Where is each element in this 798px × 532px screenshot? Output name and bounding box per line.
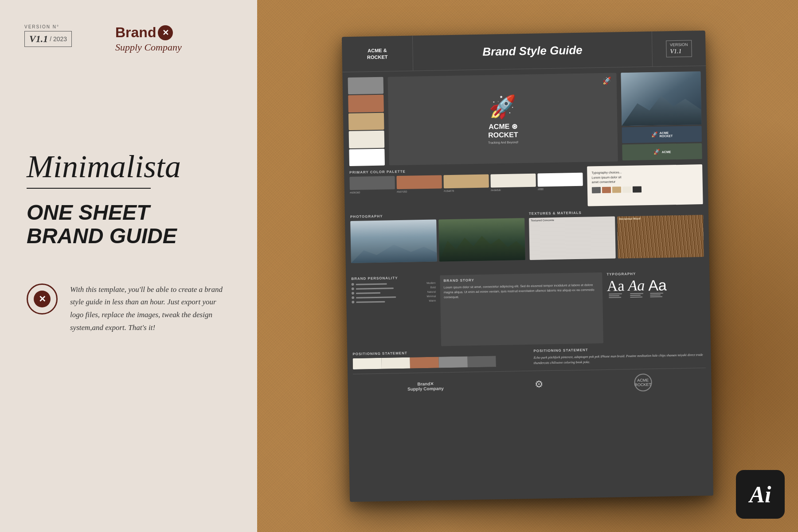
photo-grid-mountains — [350, 219, 437, 263]
personality-item-2: Bold — [352, 286, 436, 290]
doc-row-photos-textures: Photography Textures & Materials — [350, 209, 704, 272]
left-panel: VERSION N° V1.1 / 2023 Brand ✕ Supply Co… — [0, 0, 257, 532]
type-sample-2: Aa — [628, 278, 645, 298]
type-sample-3: Aa — [648, 277, 667, 297]
doc-row-brand-typo: Brand Personality Modern Bold — [351, 271, 705, 348]
version-number-box: V1.1 / 2023 — [24, 31, 72, 47]
minimalista-heading: Minimalista — [27, 151, 231, 183]
palette-section: Primary Color Palette #606060 #b07050 #c… — [349, 166, 583, 210]
bar-1 — [356, 283, 387, 285]
type-lines-3 — [650, 292, 667, 297]
brand-name: Brand — [115, 24, 156, 41]
color-swatch-gray — [348, 77, 384, 94]
palette-swatch-5 — [537, 172, 583, 186]
version-year: / 2023 — [50, 35, 67, 43]
logo-center: 🚀 🚀 ACME ⊛ROCKET Tracking And Beyond! — [387, 73, 618, 165]
dot-2 — [352, 287, 354, 290]
description-text: With this template, you'll be able to cr… — [70, 283, 231, 335]
photos-col: 🚀 ACMEROCKET 🚀 ACME — [621, 71, 702, 161]
story-text: Lorem ipsum dolor sit amet, consectetur … — [444, 282, 599, 300]
one-sheet-heading: ONE SHEET BRAND GUIDE — [27, 201, 231, 248]
brand-logo-top: Brand ✕ — [115, 24, 173, 41]
bar-seg-6 — [496, 355, 525, 367]
doc-version-number: V1.1 — [670, 47, 681, 54]
type-sample-aa-2: Aa — [628, 278, 645, 293]
doc-header-center: Brand Style Guide — [413, 31, 653, 70]
bar-seg-5 — [467, 356, 496, 367]
textures-grid: Textured Concrete Reclaimed Wood — [529, 215, 704, 260]
positioning-text: Echo park pitchfork pinterest, adaptogen… — [534, 352, 706, 366]
photo-small-1: 🚀 ACMEROCKET — [622, 126, 702, 143]
bar-2 — [356, 287, 394, 289]
doc-row-logo-colors: 🚀 🚀 ACME ⊛ROCKET Tracking And Beyond! 🚀 … — [348, 71, 702, 166]
palette-label-4: #ede8dc — [491, 188, 536, 191]
personality-item-1: Modern — [352, 281, 436, 285]
typography-label: Typography — [606, 271, 704, 276]
val-3: Natural — [427, 290, 436, 293]
doc-version-label: VERSION — [670, 42, 688, 47]
doc-row-positioning: Positioning Statement Positioning Statem… — [352, 346, 706, 369]
positioning-section: Positioning Statement — [352, 349, 525, 369]
palette-swatch-4 — [490, 173, 536, 187]
version-number: V1.1 — [29, 33, 48, 45]
brand-x-inner-icon: ✕ — [34, 291, 51, 307]
mountain-shape — [621, 87, 701, 126]
val-2: Bold — [430, 286, 436, 288]
mountain-silhouette — [351, 236, 437, 263]
bar-seg-2 — [381, 357, 410, 369]
doc-version-box: VERSION V1.1 — [666, 39, 692, 57]
doc-header-right: VERSION V1.1 — [652, 30, 706, 66]
footer-logo-1: Brand✕Supply Company — [407, 381, 444, 391]
brand-subtitle: Supply Company — [115, 42, 182, 53]
typo-swatch-2 — [602, 186, 611, 193]
color-swatch-tan — [348, 113, 384, 130]
texture-concrete: Textured Concrete — [529, 216, 616, 260]
brand-personality-label: Brand Personality — [351, 275, 435, 280]
type-line-2-2 — [630, 295, 641, 295]
color-swatch-cream — [349, 130, 385, 148]
palette-swatch-1 — [349, 176, 395, 190]
photography-label: Photography — [350, 212, 524, 219]
forest-silhouette — [439, 230, 525, 261]
color-bar — [353, 355, 525, 369]
typo-card-swatches — [592, 185, 698, 193]
divider — [27, 188, 151, 189]
palette-swatches — [349, 172, 583, 190]
personality-items: Modern Bold Natural — [352, 281, 436, 303]
rocket-small-icon-3: 🚀 — [653, 148, 660, 155]
positioning-text-col: Positioning Statement Echo park pitchfor… — [529, 346, 706, 366]
positioning-text-label: Positioning Statement — [533, 346, 705, 353]
typo-swatch-5 — [633, 186, 642, 192]
typography-section: Typography Aa Aa — [606, 271, 705, 343]
textures-section: Textures & Materials Textured Concrete R… — [529, 209, 704, 269]
type-line-3-2 — [650, 294, 661, 295]
dot-1 — [352, 283, 354, 285]
photo-small-text-2: ACME — [662, 150, 671, 153]
brand-personality-section: Brand Personality Modern Bold — [351, 275, 437, 347]
type-line-2-3 — [630, 296, 642, 297]
personality-item-5: Warm — [352, 299, 436, 303]
photo-grid-forest — [438, 218, 525, 261]
brand-story-section: BRAND STORY Lorem ipsum dolor sit amet, … — [440, 272, 603, 346]
brand-logo: Brand ✕ Supply Company — [115, 24, 182, 53]
type-line-1-2 — [609, 295, 619, 296]
textures-label: Textures & Materials — [529, 209, 703, 216]
concrete-label: Textured Concrete — [531, 218, 554, 221]
brand-x-icon: ✕ — [158, 25, 173, 40]
right-panel: Ai ACME &ROCKET Brand Style Guide VERSIO… — [257, 0, 798, 532]
footer-logo-text-1: Brand✕Supply Company — [407, 381, 444, 391]
bar-seg-1 — [353, 357, 382, 369]
rocket-main-icon: 🚀 — [489, 94, 516, 120]
type-line-1-3 — [609, 297, 621, 298]
typo-swatch-1 — [592, 186, 601, 193]
version-label: VERSION N° — [24, 24, 72, 29]
val-1: Modern — [426, 281, 435, 284]
type-line-3-1 — [650, 292, 664, 294]
palette-label-2: #b07050 — [397, 190, 442, 193]
brand-icon-circle: ✕ — [27, 283, 58, 315]
color-swatch-brown — [348, 95, 384, 113]
positioning-label: Positioning Statement — [352, 349, 524, 356]
type-lines-1 — [609, 293, 625, 298]
wood-label: Reclaimed Wood — [619, 217, 640, 220]
bar-seg-3 — [410, 357, 439, 368]
